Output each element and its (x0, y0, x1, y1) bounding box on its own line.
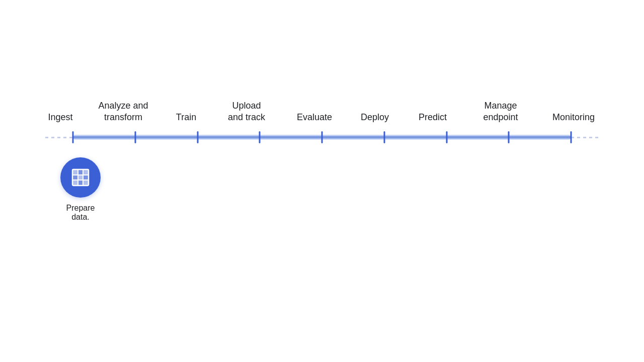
stage-label-monitoring[interactable]: Monitoring (548, 112, 599, 123)
stage-label-predict[interactable]: Predict (413, 112, 453, 123)
labels-row: Ingest Analyze andtransform Train Upload… (45, 100, 599, 124)
solid-track (73, 135, 571, 140)
tick-mark-6 (446, 131, 447, 143)
tick-mark-4 (321, 131, 323, 143)
dash-right (571, 137, 599, 138)
node-circle[interactable] (60, 157, 101, 198)
node-row: Preparedata. (45, 157, 599, 222)
svg-rect-8 (84, 170, 88, 174)
stage-label-upload[interactable]: Uploadand track (221, 100, 272, 124)
svg-rect-13 (78, 180, 83, 185)
svg-rect-10 (78, 175, 83, 179)
dash-left (45, 137, 73, 138)
main-container: Ingest Analyze andtransform Train Upload… (0, 0, 644, 362)
stage-label-analyze[interactable]: Analyze andtransform (96, 100, 151, 124)
stage-label-ingest[interactable]: Ingest (45, 112, 75, 123)
stage-label-train[interactable]: Train (171, 112, 201, 123)
pipeline-section: Ingest Analyze andtransform Train Upload… (0, 100, 644, 222)
svg-rect-7 (78, 170, 83, 174)
tick-mark-3 (259, 131, 261, 143)
tick-mark-1 (134, 131, 136, 143)
tick-mark-5 (383, 131, 385, 143)
svg-rect-9 (73, 175, 77, 179)
stage-label-evaluate[interactable]: Evaluate (292, 112, 337, 123)
node-label: Preparedata. (66, 204, 95, 222)
stage-label-deploy[interactable]: Deploy (357, 112, 392, 123)
svg-rect-11 (84, 175, 88, 179)
svg-rect-14 (84, 180, 88, 185)
timeline-track (45, 135, 599, 140)
svg-rect-12 (73, 180, 77, 185)
svg-rect-6 (73, 170, 77, 174)
tick-mark-7 (508, 131, 510, 143)
table-grid-icon (70, 167, 91, 188)
tick-mark-8 (571, 131, 572, 143)
timeline-wrapper (45, 132, 599, 142)
stage-label-manage[interactable]: Manageendpoint (473, 100, 528, 124)
tick-mark-0 (72, 131, 74, 143)
active-node[interactable]: Preparedata. (60, 157, 101, 222)
tick-mark-2 (197, 131, 198, 143)
